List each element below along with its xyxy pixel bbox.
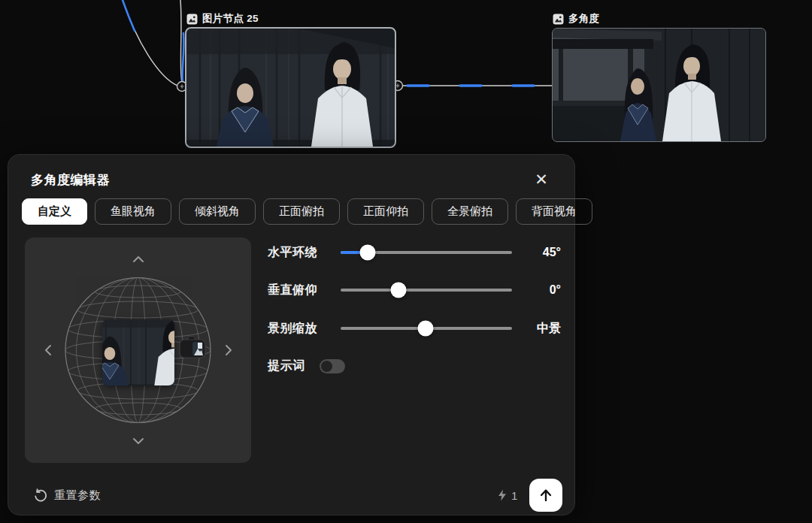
vertical-pitch-slider[interactable] [341,282,512,298]
preset-tabs: 自定义 鱼眼视角 倾斜视角 正面俯拍 正面仰拍 全景俯拍 背面视角 [22,198,592,225]
horizontal-orbit-row: 水平环绕 45° [268,243,561,262]
slider-value: 中景 [512,321,561,337]
multi-angle-editor-panel: 多角度编辑器 ✕ 自定义 鱼眼视角 倾斜视角 正面俯拍 正面仰拍 全景俯拍 背面… [8,154,575,515]
node-header: 多角度 [553,12,765,26]
slider-value: 45° [512,246,561,259]
chevron-up-icon[interactable] [132,255,145,264]
tab-custom[interactable]: 自定义 [22,198,87,225]
tab-tilt[interactable]: 倾斜视角 [179,198,256,225]
vertical-pitch-row: 垂直俯仰 0° [268,281,561,299]
credit-count: 1 [511,489,517,502]
tab-back-view[interactable]: 背面视角 [516,198,592,225]
slider-label: 垂直俯仰 [268,283,341,298]
slider-track[interactable] [341,289,512,292]
image-icon [186,14,198,25]
tab-front-low[interactable]: 正面仰拍 [347,198,424,225]
multi-angle-node[interactable]: 多角度 [553,12,765,141]
slider-label: 景别缩放 [268,321,341,337]
prompt-toggle-row: 提示词 [268,357,345,375]
credit-cost: 1 [498,488,517,503]
node-image-preview[interactable] [186,29,395,147]
panel-title: 多角度编辑器 [31,171,110,189]
toggle-knob [321,361,332,372]
lightning-icon [498,489,507,501]
input-port[interactable] [177,82,187,92]
image-icon [553,14,564,25]
slider-thumb[interactable] [360,245,376,261]
orbit-image-thumbnail[interactable] [102,319,174,385]
tab-front-high[interactable]: 正面俯拍 [263,198,340,225]
tab-fisheye[interactable]: 鱼眼视角 [95,198,171,225]
slider-label: 水平环绕 [268,245,341,261]
camera-widget[interactable] [179,332,206,359]
node-header: 图片节点 25 [186,12,395,26]
node-title: 图片节点 25 [202,12,259,26]
shot-scale-slider[interactable] [341,320,512,337]
toggle-label: 提示词 [268,358,305,374]
slider-thumb[interactable] [391,283,407,298]
rotate-ccw-icon [34,488,47,502]
chevron-down-icon[interactable] [132,437,145,446]
slider-thumb[interactable] [418,321,434,337]
reset-label: 重置参数 [54,488,101,503]
node-image-preview[interactable] [553,29,765,141]
sphere-preview[interactable] [25,237,251,463]
slider-value: 0° [512,283,561,297]
arrow-up-icon [538,487,554,503]
close-icon[interactable]: ✕ [531,168,552,189]
image-node-25[interactable]: 图片节点 25 [186,12,395,147]
node-title: 多角度 [568,12,599,26]
reset-params-button[interactable]: 重置参数 [34,486,101,504]
chevron-right-icon[interactable] [224,343,233,357]
chevron-left-icon[interactable] [44,343,53,357]
submit-button[interactable] [529,479,562,512]
horizontal-orbit-slider[interactable] [341,244,512,261]
tab-pano-high[interactable]: 全景俯拍 [432,198,508,225]
shot-scale-row: 景别缩放 中景 [268,319,561,337]
prompt-toggle[interactable] [320,359,345,373]
